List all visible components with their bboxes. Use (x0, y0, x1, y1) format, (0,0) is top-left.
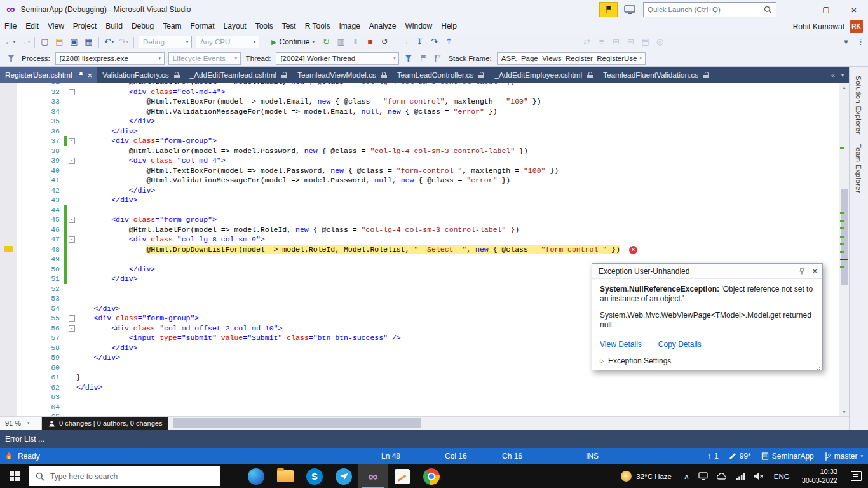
network-icon[interactable] (736, 473, 745, 480)
continue-button[interactable]: ▶Continue▾ (268, 35, 318, 49)
breakpoint-margin[interactable] (0, 353, 17, 363)
collapse-icon[interactable]: - (69, 158, 75, 164)
horizontal-scrollbar-thumb[interactable] (173, 418, 421, 428)
breakpoint-margin[interactable] (0, 412, 17, 416)
breakpoint-margin[interactable] (0, 245, 17, 255)
branch-indicator[interactable]: master ▾ (824, 452, 863, 461)
breakpoint-margin[interactable] (0, 372, 17, 383)
step-out-icon[interactable]: ↥ (442, 35, 456, 49)
code-line-33[interactable]: 33 @Html.TextBoxFor(model => model.Email… (0, 97, 839, 107)
vertical-scrollbar[interactable]: ▲ ▼ (839, 83, 849, 416)
code-line-46[interactable]: 46 @Html.LabelFor(model => model.RoleId,… (0, 225, 839, 235)
code-line-35[interactable]: 35 </div> (0, 116, 839, 126)
breakpoint-margin[interactable] (0, 343, 17, 353)
notifications-flag-icon[interactable] (599, 2, 618, 17)
breakpoint-margin[interactable] (0, 136, 17, 146)
breakpoint-margin[interactable] (0, 274, 17, 284)
quick-launch-input[interactable]: Quick Launch (Ctrl+Q) (643, 2, 776, 17)
menu-item-debug[interactable]: Debug (127, 19, 158, 34)
tab-scroll-left-icon[interactable]: « (831, 71, 835, 79)
volume-muted-icon[interactable] (754, 472, 764, 480)
breakpoint-margin[interactable] (0, 156, 17, 166)
action-center-icon[interactable] (844, 464, 868, 488)
view-details-link[interactable]: View Details (600, 340, 642, 349)
menu-item-project[interactable]: Project (69, 19, 101, 34)
document-tab-teamleadviewmodel-cs[interactable]: TeamleadViewModel.cs (292, 67, 392, 83)
code-line-65[interactable]: 65 (0, 412, 839, 416)
menu-item-edit[interactable]: Edit (21, 19, 43, 34)
menu-item-team[interactable]: Team (158, 19, 186, 34)
repository-indicator[interactable]: SeminarApp (761, 452, 814, 461)
outline-collapse-icon[interactable]: ⊟ (624, 35, 637, 49)
breakpoint-margin[interactable] (0, 87, 17, 97)
breakpoint-margin[interactable] (0, 383, 17, 393)
breakpoint-margin[interactable] (0, 392, 17, 402)
menu-item-build[interactable]: Build (101, 19, 127, 34)
line-comment-icon[interactable]: ≡ (595, 35, 608, 49)
code-line-63[interactable]: 63 (0, 392, 839, 402)
toolbar-overflow-icon[interactable]: ⋮ (854, 35, 867, 49)
close-icon[interactable]: × (812, 266, 817, 276)
breakpoint-margin[interactable] (0, 97, 17, 107)
lifecycle-events-dropdown[interactable]: Lifecycle Events▾ (168, 52, 241, 65)
code-line-61[interactable]: 61} (0, 372, 839, 383)
collapse-icon[interactable]: - (69, 315, 75, 322)
new-file-icon[interactable]: ▢ (38, 35, 51, 49)
breakpoint-margin[interactable] (0, 126, 17, 137)
breakpoint-margin[interactable] (0, 166, 17, 176)
code-line-45[interactable]: 45- <div class="form-group"> (0, 215, 839, 225)
document-tab-validationfactory-cs[interactable]: ValidationFactory.cs (97, 67, 184, 83)
breakpoint-margin[interactable] (0, 402, 17, 412)
code-line-44[interactable]: 44 (0, 205, 839, 215)
undo-icon[interactable]: ↶▾ (102, 35, 116, 49)
breakpoint-margin[interactable] (0, 264, 17, 274)
stop-debugging-icon[interactable]: ■ (363, 35, 377, 49)
pin-icon[interactable] (78, 72, 84, 78)
codelens-changes-badge[interactable]: 0 changes | 0 authors, 0 changes (42, 417, 168, 430)
scroll-down-icon[interactable]: ▼ (839, 408, 849, 416)
process-combo[interactable]: [2288] iisexpress.exe▾ (55, 52, 165, 65)
menu-item-window[interactable]: Window (401, 19, 437, 34)
collapse-icon[interactable]: - (69, 138, 75, 144)
resize-grip[interactable] (819, 367, 820, 368)
weather-widget[interactable]: 32°C Haze (621, 471, 672, 482)
breakpoint-margin[interactable] (0, 284, 17, 294)
menu-item-view[interactable]: View (43, 19, 69, 34)
copy-details-link[interactable]: Copy Details (658, 340, 702, 349)
code-line-62[interactable]: 62</div> (0, 383, 839, 393)
pending-changes-indicator[interactable]: 99* (729, 452, 751, 461)
breakpoint-margin[interactable] (0, 205, 17, 215)
close-button[interactable]: × (840, 0, 868, 19)
horizontal-scrollbar[interactable] (168, 417, 849, 430)
error-list-panel[interactable]: Error List ... (0, 430, 868, 448)
zoom-selector[interactable]: 91 % ▾ (0, 417, 42, 430)
step-over-icon[interactable]: ↷ (428, 35, 441, 49)
menu-item-tools[interactable]: Tools (251, 19, 278, 34)
onedrive-cloud-icon[interactable] (717, 473, 727, 480)
code-line-42[interactable]: 42 </div> (0, 186, 839, 196)
indent-icon[interactable]: ▤ (639, 35, 652, 49)
breakpoint-margin[interactable] (0, 146, 17, 156)
save-all-icon[interactable]: ▦ (82, 35, 95, 49)
edge-icon[interactable] (241, 464, 271, 488)
code-line-38[interactable]: 38 @Html.LabelFor(model => model.Passwor… (0, 146, 839, 156)
breakpoint-margin[interactable] (0, 215, 17, 225)
breakpoint-margin[interactable] (0, 107, 17, 117)
language-indicator[interactable]: ENG (774, 473, 790, 480)
chat-app-icon[interactable] (329, 464, 358, 488)
breakpoint-margin[interactable] (0, 225, 17, 235)
breakpoint-margin[interactable] (0, 363, 17, 373)
stack-frame-combo[interactable]: ASP._Page_Views_Register_RegisterUser_c:… (497, 52, 646, 65)
clock[interactable]: 10:33 30-03-2022 (802, 468, 837, 485)
menu-item-r-tools[interactable]: R Tools (301, 19, 335, 34)
code-line-47[interactable]: 47- <div class="col-lg-8 col-sm-9"> (0, 234, 839, 245)
breakpoint-margin[interactable] (0, 175, 17, 186)
close-tab-icon[interactable]: × (88, 71, 93, 79)
chrome-icon[interactable] (417, 464, 446, 488)
document-tab-teamleadfluentvalidation-cs[interactable]: TeamleadFluentValidation.cs (598, 67, 714, 83)
show-next-statement-icon[interactable]: → (398, 35, 412, 49)
code-line-41[interactable]: 41 @Html.ValidationMessageFor(model => m… (0, 175, 839, 186)
tray-display-icon[interactable] (698, 472, 708, 480)
diagnostics-icon[interactable]: ▥ (334, 35, 348, 49)
menu-item-help[interactable]: Help (437, 19, 461, 34)
